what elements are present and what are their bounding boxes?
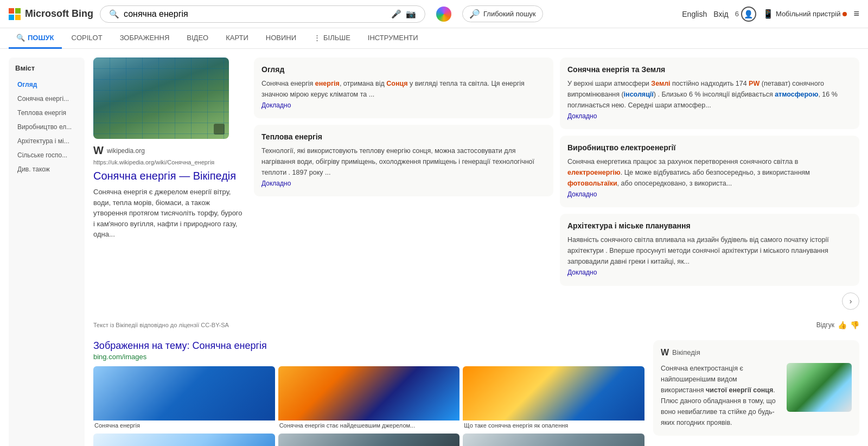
solar-earth-text: У верхні шари атмосфери Землі постійно н… <box>567 78 852 122</box>
images-section-title[interactable]: Зображення на тему: Сонячна енергія <box>93 340 644 352</box>
wiki-panel-text: Сонячна електростанція є найпоширенішим … <box>661 363 781 428</box>
search-tab-icon: 🔍 <box>16 34 25 42</box>
search-input[interactable] <box>124 9 387 19</box>
wiki-panel-logo: W <box>661 348 669 358</box>
feedback-area: Відгук 👍 👎 <box>816 321 859 329</box>
wiki-domain: wikipedia.org <box>107 147 145 155</box>
wiki-panel: W Вікіпедія Сонячна електростанція є най… <box>653 340 859 436</box>
image-caption-3: Що таке сонячна енергія як опалення <box>463 420 644 430</box>
tab-video[interactable]: ВІДЕО <box>179 28 216 49</box>
thermal-card-text: Технології, які використовують теплову е… <box>261 145 546 189</box>
copilot-button[interactable] <box>432 4 456 24</box>
mobile-device-button[interactable]: 📱 Мобільний пристрій <box>763 9 847 19</box>
overview-card: Огляд Сонячна енергія енергія, отримана … <box>254 58 553 118</box>
account-icon[interactable]: 👤 <box>741 7 756 22</box>
images-grid: Сонячна енергія Сонячна енергія стає най… <box>93 366 644 446</box>
sidebar-title: Вміст <box>15 64 78 72</box>
sidebar-item-solar[interactable]: Сонячна енергі... <box>15 92 78 106</box>
search-icon: 🔍 <box>109 9 119 19</box>
overview-more-link[interactable]: Докладно <box>261 101 291 109</box>
search-bar: 🔍 🎤 📷 <box>100 5 425 23</box>
overview-card-title: Огляд <box>261 65 546 74</box>
electric-more-link[interactable]: Докладно <box>567 190 597 198</box>
header-right: English Вхід 6 👤 📱 Мобільний пристрій ≡ <box>682 7 859 22</box>
electric-card-title: Виробництво електроенергії <box>567 143 852 152</box>
wikipedia-logo: W <box>93 144 104 157</box>
tab-tools[interactable]: ІНСТРУМЕНТИ <box>360 28 426 49</box>
sidebar-item-electric[interactable]: Виробництво ел... <box>15 120 78 134</box>
menu-button[interactable]: ≡ <box>853 8 859 20</box>
image-caption-2: Сонячна енергія стає найдешевшим джерело… <box>278 420 460 430</box>
tab-search[interactable]: 🔍 ПОШУК <box>9 28 62 49</box>
arch-more-link[interactable]: Докладно <box>567 269 597 276</box>
sidebar-item-seealso[interactable]: Див. також <box>15 162 78 176</box>
image-thumb-5[interactable] <box>278 434 460 446</box>
image-thumb-2[interactable]: Сонячна енергія стає найдешевшим джерело… <box>278 366 460 430</box>
deep-search-button[interactable]: 🔎 Глибокий пошук <box>462 5 543 22</box>
overview-card-text: Сонячна енергія енергія, отримана від Со… <box>261 78 546 111</box>
deep-search-label: Глибокий пошук <box>483 10 536 18</box>
wiki-title[interactable]: Сонячна енергія — Вікіпедія <box>93 170 245 182</box>
mobile-icon: 📱 <box>763 9 774 19</box>
image-thumb-1[interactable]: Сонячна енергія <box>93 366 275 430</box>
logo-area: Microsoft Bing <box>9 8 93 20</box>
mobile-device-label: Мобільний пристрій <box>776 10 841 18</box>
thermal-more-link[interactable]: Докладно <box>261 180 291 187</box>
arch-card-text: Наявність сонячного світла впливала на д… <box>567 234 852 278</box>
tab-maps[interactable]: КАРТИ <box>218 28 256 49</box>
notification-dot <box>843 12 847 16</box>
image-thumb-6[interactable] <box>463 434 644 446</box>
sidebar-item-overview[interactable]: Огляд <box>15 78 78 92</box>
next-card-button[interactable]: › <box>842 292 859 310</box>
license-text: Текст із Вікіпедії відповідно до ліцензі… <box>93 322 229 328</box>
microphone-icon[interactable]: 🎤 <box>391 9 401 19</box>
wiki-panel-image <box>787 363 852 412</box>
feedback-label: Відгук <box>816 321 834 329</box>
sidebar-item-thermal[interactable]: Теплова енергія <box>15 106 78 120</box>
thumbs-down-icon[interactable]: 👎 <box>850 321 859 329</box>
solar-earth-card: Сонячна енергія та Земля У верхні шари а… <box>560 58 859 129</box>
site-name: Microsoft Bing <box>25 8 93 20</box>
navigation-tabs: 🔍 ПОШУК COPILOT ЗОБРАЖЕННЯ ВІДЕО КАРТИ Н… <box>0 28 868 49</box>
thumbs-up-icon[interactable]: 👍 <box>838 321 847 329</box>
image-thumb-3[interactable]: Що таке сонячна енергія як опалення <box>463 366 644 430</box>
login-button[interactable]: Вхід <box>713 10 728 18</box>
sidebar: Вміст Огляд Сонячна енергі... Теплова ен… <box>9 58 85 446</box>
wiki-source-area: W wikipedia.org https://uk.wikipedia.org… <box>93 144 245 240</box>
image-thumb-4[interactable] <box>93 434 275 446</box>
electric-card: Виробництво електроенергії Сонячна енерг… <box>560 136 859 207</box>
wiki-excerpt: Сонячна енергія є джерелом енергії вітру… <box>93 187 245 240</box>
microsoft-logo <box>9 8 21 20</box>
solar-earth-more-link[interactable]: Докладно <box>567 112 597 120</box>
wiki-image[interactable] <box>93 58 229 139</box>
arch-card: Архітектура і міське планування Наявніст… <box>560 214 859 285</box>
tab-copilot[interactable]: COPILOT <box>64 28 110 49</box>
thermal-card: Теплова енергія Технології, які використ… <box>254 125 553 196</box>
camera-icon[interactable]: 📷 <box>406 9 416 19</box>
notification-count: 6 <box>735 10 739 18</box>
images-source[interactable]: bing.com/images <box>93 353 644 361</box>
image-caption-1: Сонячна енергія <box>93 420 275 430</box>
sidebar-item-agri[interactable]: Сільське госпо... <box>15 148 78 162</box>
language-button[interactable]: English <box>682 10 707 18</box>
wiki-url: https://uk.wikipedia.org/wiki/Сонячна_ен… <box>93 159 245 165</box>
sidebar-item-arch[interactable]: Архітектура і мі... <box>15 134 78 148</box>
arch-card-title: Архітектура і міське планування <box>567 221 852 230</box>
tab-news[interactable]: НОВИНИ <box>258 28 304 49</box>
tab-more[interactable]: ⋮ БІЛЬШЕ <box>306 28 358 49</box>
tab-images[interactable]: ЗОБРАЖЕННЯ <box>112 28 177 49</box>
electric-card-text: Сонячна енергетика працює за рахунок пер… <box>567 156 852 200</box>
wiki-panel-source: Вікіпедія <box>672 348 700 356</box>
solar-earth-title: Сонячна енергія та Земля <box>567 65 852 74</box>
notification-area: 6 👤 <box>735 7 756 22</box>
deep-search-icon: 🔎 <box>469 9 480 19</box>
license-row: Текст із Вікіпедії відповідно до ліцензі… <box>93 318 859 332</box>
copilot-icon <box>436 7 451 22</box>
thermal-card-title: Теплова енергія <box>261 132 546 141</box>
